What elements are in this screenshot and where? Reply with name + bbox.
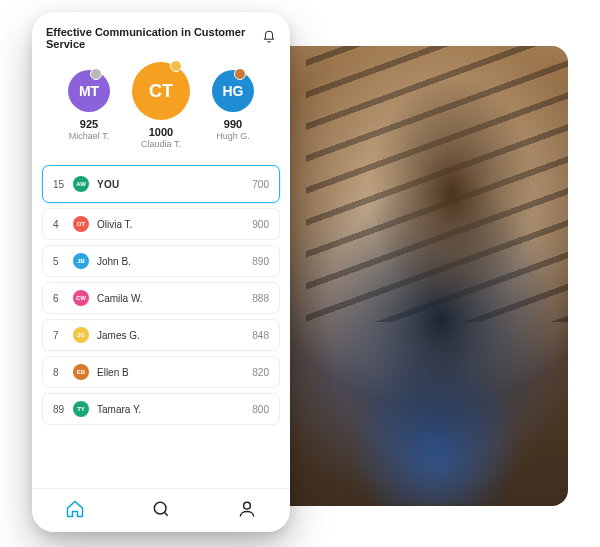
list-row-you[interactable]: 15 AW YOU 700 — [42, 165, 280, 203]
row-score: 890 — [252, 256, 269, 267]
podium-name: Hugh G. — [216, 131, 250, 141]
rank: 15 — [53, 179, 73, 190]
avatar: AW — [73, 176, 89, 192]
row-score: 848 — [252, 330, 269, 341]
row-score: 888 — [252, 293, 269, 304]
nav-profile[interactable] — [237, 499, 257, 523]
header: Effective Communication in Customer Serv… — [32, 12, 290, 58]
gold-medal-icon — [170, 60, 182, 72]
row-score: 800 — [252, 404, 269, 415]
rank: 89 — [53, 404, 73, 415]
podium-first[interactable]: CT 1000 Claudia T. — [132, 62, 190, 149]
list-row[interactable]: 89 TY Tamara Y. 800 — [42, 393, 280, 425]
podium-name: Claudia T. — [141, 139, 181, 149]
silver-medal-icon — [90, 68, 102, 80]
podium-second[interactable]: MT 925 Michael T. — [68, 70, 110, 141]
podium-score: 925 — [80, 118, 98, 130]
row-score: 700 — [252, 179, 269, 190]
phone-frame: Effective Communication in Customer Serv… — [32, 12, 290, 532]
row-score: 900 — [252, 219, 269, 230]
podium-score: 1000 — [149, 126, 173, 138]
avatar: MT — [68, 70, 110, 112]
rank: 7 — [53, 330, 73, 341]
row-name: Ellen B — [97, 367, 252, 378]
avatar: JG — [73, 327, 89, 343]
row-name: John B. — [97, 256, 252, 267]
rank: 5 — [53, 256, 73, 267]
nav-search[interactable] — [151, 499, 171, 523]
avatar: TY — [73, 401, 89, 417]
list-row[interactable]: 8 EB Ellen B 820 — [42, 356, 280, 388]
leaderboard-list: 15 AW YOU 700 4 OT Olivia T. 900 5 JB Jo… — [32, 165, 290, 488]
row-name: YOU — [97, 179, 252, 190]
row-score: 820 — [252, 367, 269, 378]
avatar: EB — [73, 364, 89, 380]
row-name: Camila W. — [97, 293, 252, 304]
podium-name: Michael T. — [69, 131, 109, 141]
row-name: Olivia T. — [97, 219, 252, 230]
podium-third[interactable]: HG 990 Hugh G. — [212, 70, 254, 141]
rank: 4 — [53, 219, 73, 230]
rank: 8 — [53, 367, 73, 378]
list-row[interactable]: 7 JG James G. 848 — [42, 319, 280, 351]
bronze-medal-icon — [234, 68, 246, 80]
list-row[interactable]: 6 CW Camila W. 888 — [42, 282, 280, 314]
avatar: OT — [73, 216, 89, 232]
avatar: JB — [73, 253, 89, 269]
page-title: Effective Communication in Customer Serv… — [46, 26, 262, 50]
nav-home[interactable] — [65, 499, 85, 523]
list-row[interactable]: 4 OT Olivia T. 900 — [42, 208, 280, 240]
list-row[interactable]: 5 JB John B. 890 — [42, 245, 280, 277]
avatar: CT — [132, 62, 190, 120]
avatar: CW — [73, 290, 89, 306]
svg-point-1 — [244, 502, 251, 509]
rank: 6 — [53, 293, 73, 304]
svg-point-0 — [154, 502, 166, 514]
avatar: HG — [212, 70, 254, 112]
podium-score: 990 — [224, 118, 242, 130]
row-name: James G. — [97, 330, 252, 341]
notifications-icon[interactable] — [262, 30, 276, 46]
row-name: Tamara Y. — [97, 404, 252, 415]
leaderboard-podium: MT 925 Michael T. CT 1000 Claudia T. HG … — [32, 58, 290, 165]
bottom-nav — [32, 488, 290, 532]
